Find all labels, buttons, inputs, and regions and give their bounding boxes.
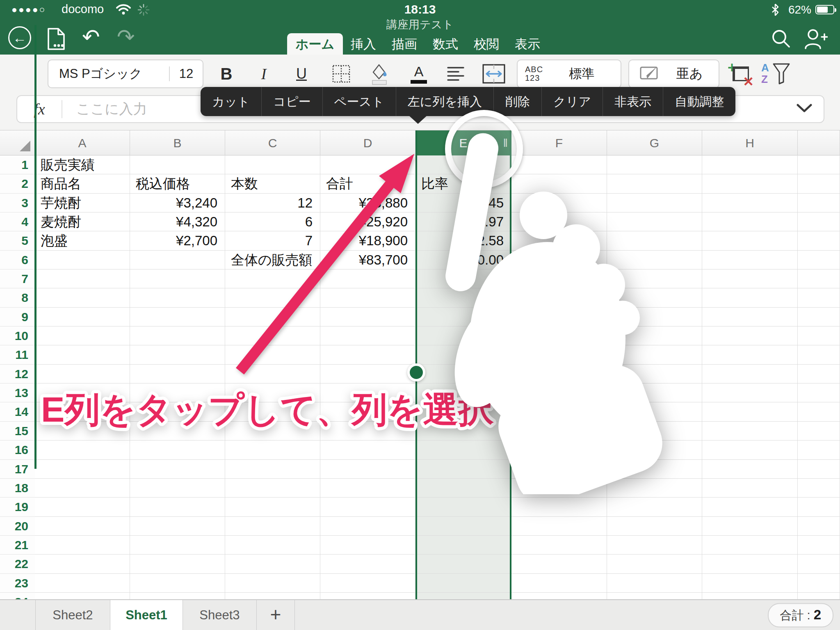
context-menu-item[interactable]: クリア — [541, 87, 603, 116]
row-header-20[interactable]: 20 — [0, 517, 35, 536]
font-color-button[interactable]: A — [406, 59, 431, 88]
ribbon-tab-数式[interactable]: 数式 — [425, 33, 466, 55]
cell-F22[interactable] — [511, 555, 607, 573]
cell-E7[interactable] — [415, 269, 511, 288]
cell-D24[interactable] — [320, 593, 415, 599]
cell-partial-16[interactable] — [798, 441, 840, 459]
cell-B9[interactable] — [130, 308, 225, 326]
cell-G5[interactable] — [607, 231, 702, 250]
cell-C15[interactable] — [225, 422, 320, 441]
cell-G17[interactable] — [607, 460, 702, 479]
cell-partial-12[interactable] — [798, 365, 840, 383]
cell-D7[interactable] — [320, 269, 415, 288]
cell-partial-15[interactable] — [798, 422, 840, 441]
row-header-9[interactable]: 9 — [0, 308, 35, 326]
cell-D10[interactable] — [320, 326, 415, 345]
font-name[interactable]: MS Pゴシック — [48, 65, 169, 82]
context-menu-item[interactable]: コピー — [261, 87, 322, 116]
cell-C5[interactable]: 7 — [225, 231, 320, 250]
cell-E16[interactable] — [415, 441, 511, 459]
cell-E8[interactable] — [415, 288, 511, 307]
row-header-11[interactable]: 11 — [0, 345, 35, 364]
cell-E13[interactable] — [415, 383, 511, 402]
cell-F10[interactable] — [511, 326, 607, 345]
cell-D2[interactable]: 合計 — [320, 174, 415, 193]
cell-G2[interactable] — [607, 174, 702, 193]
column-header-B[interactable]: B — [130, 130, 225, 155]
cell-F13[interactable] — [511, 383, 607, 402]
row-header-4[interactable]: 4 — [0, 212, 35, 231]
cell-C2[interactable]: 本数 — [225, 174, 320, 193]
ribbon-tab-校閲[interactable]: 校閲 — [466, 33, 507, 55]
cell-G4[interactable] — [607, 212, 702, 231]
cell-D16[interactable] — [320, 441, 415, 459]
column-header-C[interactable]: C — [225, 130, 320, 155]
cell-H11[interactable] — [702, 345, 798, 364]
cell-A4[interactable]: 麦焼酎 — [35, 212, 130, 231]
cell-H13[interactable] — [702, 383, 798, 402]
cell-partial-13[interactable] — [798, 383, 840, 402]
cell-F14[interactable] — [511, 402, 607, 421]
row-header-15[interactable]: 15 — [0, 422, 35, 441]
phonetic-button[interactable]: 亜あ — [628, 59, 719, 88]
cell-A15[interactable] — [35, 422, 130, 441]
cell-D20[interactable] — [320, 517, 415, 536]
cell-G3[interactable] — [607, 194, 702, 212]
cell-C7[interactable] — [225, 269, 320, 288]
cell-B7[interactable] — [130, 269, 225, 288]
cell-B16[interactable] — [130, 441, 225, 459]
insert-delete-cells-button[interactable]: + ✕ — [727, 59, 753, 88]
cell-D6[interactable]: ¥83,700 — [320, 251, 415, 269]
cell-D23[interactable] — [320, 574, 415, 593]
column-header-G[interactable]: G — [607, 130, 702, 155]
cell-D17[interactable] — [320, 460, 415, 479]
cell-partial-2[interactable] — [798, 174, 840, 193]
cell-partial-17[interactable] — [798, 460, 840, 479]
merge-cells-button[interactable] — [479, 59, 509, 88]
cell-H20[interactable] — [702, 517, 798, 536]
cell-C19[interactable] — [225, 498, 320, 516]
cell-F17[interactable] — [511, 460, 607, 479]
cell-partial-11[interactable] — [798, 345, 840, 364]
cell-F8[interactable] — [511, 288, 607, 307]
cell-H3[interactable] — [702, 194, 798, 212]
cell-partial-21[interactable] — [798, 536, 840, 555]
cell-G14[interactable] — [607, 402, 702, 421]
cell-G13[interactable] — [607, 383, 702, 402]
cell-H24[interactable] — [702, 593, 798, 599]
cell-partial-18[interactable] — [798, 479, 840, 498]
redo-button[interactable]: ↷ — [117, 25, 135, 49]
cell-F7[interactable] — [511, 269, 607, 288]
cell-G8[interactable] — [607, 288, 702, 307]
cell-B21[interactable] — [130, 536, 225, 555]
cell-H10[interactable] — [702, 326, 798, 345]
cell-A7[interactable] — [35, 269, 130, 288]
row-header-13[interactable]: 13 — [0, 383, 35, 402]
cell-A6[interactable] — [35, 251, 130, 269]
sheet-tab-Sheet1[interactable]: Sheet1 — [110, 600, 183, 630]
cell-B11[interactable] — [130, 345, 225, 364]
cell-H21[interactable] — [702, 536, 798, 555]
cell-H4[interactable] — [702, 212, 798, 231]
cell-G24[interactable] — [607, 593, 702, 599]
cell-partial-1[interactable] — [798, 155, 840, 174]
cell-E24[interactable] — [415, 593, 511, 599]
cell-F16[interactable] — [511, 441, 607, 459]
cell-C4[interactable]: 6 — [225, 212, 320, 231]
cell-H19[interactable] — [702, 498, 798, 516]
cell-partial-24[interactable] — [798, 593, 840, 599]
cell-D22[interactable] — [320, 555, 415, 573]
context-menu-item[interactable]: 非表示 — [603, 87, 663, 116]
cell-A19[interactable] — [35, 498, 130, 516]
cell-H12[interactable] — [702, 365, 798, 383]
cell-E17[interactable] — [415, 460, 511, 479]
sheet-tab-Sheet2[interactable]: Sheet2 — [36, 600, 110, 630]
cell-B24[interactable] — [130, 593, 225, 599]
cell-G19[interactable] — [607, 498, 702, 516]
cell-C10[interactable] — [225, 326, 320, 345]
row-header-5[interactable]: 5 — [0, 231, 35, 250]
cell-D13[interactable] — [320, 383, 415, 402]
cell-partial-22[interactable] — [798, 555, 840, 573]
cell-F19[interactable] — [511, 498, 607, 516]
cell-C12[interactable] — [225, 365, 320, 383]
